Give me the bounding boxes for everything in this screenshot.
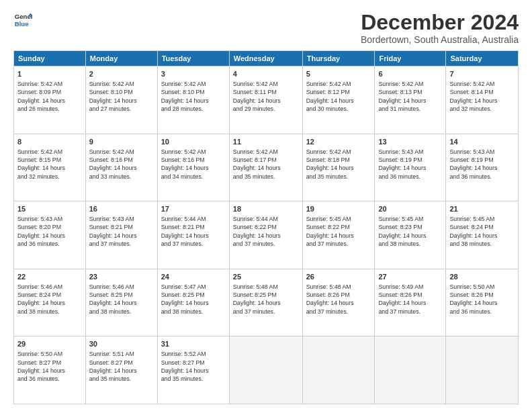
day-info: Sunrise: 5:42 AMSunset: 8:15 PMDaylight:… (17, 148, 65, 180)
table-row: 17Sunrise: 5:44 AMSunset: 8:21 PMDayligh… (157, 201, 229, 269)
table-row: 23Sunrise: 5:46 AMSunset: 8:25 PMDayligh… (85, 269, 157, 336)
day-info: Sunrise: 5:42 AMSunset: 8:10 PMDaylight:… (161, 81, 209, 112)
svg-text:General: General (15, 13, 32, 20)
calendar-week-row: 15Sunrise: 5:43 AMSunset: 8:20 PMDayligh… (14, 201, 519, 269)
day-info: Sunrise: 5:45 AMSunset: 8:24 PMDaylight:… (449, 216, 497, 247)
title-area: December 2024 Bordertown, South Australi… (361, 11, 519, 45)
day-info: Sunrise: 5:48 AMSunset: 8:26 PMDaylight:… (306, 283, 354, 315)
day-info: Sunrise: 5:50 AMSunset: 8:26 PMDaylight:… (449, 283, 497, 315)
day-info: Sunrise: 5:42 AMSunset: 8:14 PMDaylight:… (449, 81, 497, 112)
day-number: 18 (233, 204, 299, 214)
table-row: 13Sunrise: 5:43 AMSunset: 8:19 PMDayligh… (375, 134, 446, 201)
day-info: Sunrise: 5:46 AMSunset: 8:25 PMDaylight:… (89, 283, 137, 315)
table-row: 24Sunrise: 5:47 AMSunset: 8:25 PMDayligh… (157, 269, 229, 336)
day-number: 12 (306, 137, 371, 147)
table-row: 25Sunrise: 5:48 AMSunset: 8:25 PMDayligh… (229, 269, 302, 336)
day-info: Sunrise: 5:42 AMSunset: 8:12 PMDaylight:… (306, 81, 354, 112)
day-number: 6 (378, 69, 442, 79)
day-info: Sunrise: 5:48 AMSunset: 8:25 PMDaylight:… (233, 283, 281, 315)
day-info: Sunrise: 5:42 AMSunset: 8:18 PMDaylight:… (306, 148, 354, 180)
table-row (302, 336, 375, 404)
day-info: Sunrise: 5:43 AMSunset: 8:19 PMDaylight:… (449, 148, 497, 180)
table-row (375, 336, 446, 404)
day-number: 8 (17, 137, 82, 147)
calendar-table: Sunday Monday Tuesday Wednesday Thursday… (13, 50, 519, 404)
table-row: 31Sunrise: 5:52 AMSunset: 8:27 PMDayligh… (157, 336, 229, 404)
day-info: Sunrise: 5:49 AMSunset: 8:26 PMDaylight:… (378, 283, 426, 315)
day-number: 13 (378, 137, 442, 147)
day-number: 23 (89, 272, 154, 282)
col-thursday: Thursday (302, 51, 375, 66)
table-row: 3Sunrise: 5:42 AMSunset: 8:10 PMDaylight… (157, 66, 229, 134)
calendar-week-row: 1Sunrise: 5:42 AMSunset: 8:09 PMDaylight… (14, 66, 519, 134)
table-row: 2Sunrise: 5:42 AMSunset: 8:10 PMDaylight… (85, 66, 157, 134)
day-number: 2 (89, 69, 154, 79)
day-number: 9 (89, 137, 154, 147)
day-info: Sunrise: 5:43 AMSunset: 8:21 PMDaylight:… (89, 216, 137, 247)
logo-icon: General Blue (13, 11, 32, 30)
table-row: 9Sunrise: 5:42 AMSunset: 8:16 PMDaylight… (85, 134, 157, 201)
day-number: 11 (233, 137, 299, 147)
day-number: 3 (161, 69, 226, 79)
table-row: 29Sunrise: 5:50 AMSunset: 8:27 PMDayligh… (14, 336, 86, 404)
day-number: 19 (306, 204, 371, 214)
table-row: 10Sunrise: 5:42 AMSunset: 8:16 PMDayligh… (157, 134, 229, 201)
table-row: 15Sunrise: 5:43 AMSunset: 8:20 PMDayligh… (14, 201, 86, 269)
day-number: 28 (449, 272, 515, 282)
table-row: 5Sunrise: 5:42 AMSunset: 8:12 PMDaylight… (302, 66, 375, 134)
day-number: 27 (378, 272, 442, 282)
col-wednesday: Wednesday (229, 51, 302, 66)
table-row: 22Sunrise: 5:46 AMSunset: 8:24 PMDayligh… (14, 269, 86, 336)
day-info: Sunrise: 5:47 AMSunset: 8:25 PMDaylight:… (161, 283, 209, 315)
day-info: Sunrise: 5:42 AMSunset: 8:11 PMDaylight:… (233, 81, 281, 112)
svg-text:Blue: Blue (15, 20, 29, 28)
day-info: Sunrise: 5:51 AMSunset: 8:27 PMDaylight:… (89, 351, 137, 382)
day-info: Sunrise: 5:42 AMSunset: 8:10 PMDaylight:… (89, 81, 137, 112)
table-row: 11Sunrise: 5:42 AMSunset: 8:17 PMDayligh… (229, 134, 302, 201)
day-number: 16 (89, 204, 154, 214)
day-number: 10 (161, 137, 226, 147)
table-row: 14Sunrise: 5:43 AMSunset: 8:19 PMDayligh… (446, 134, 519, 201)
col-friday: Friday (375, 51, 446, 66)
day-info: Sunrise: 5:44 AMSunset: 8:22 PMDaylight:… (233, 216, 281, 247)
day-number: 31 (161, 339, 226, 349)
day-info: Sunrise: 5:43 AMSunset: 8:20 PMDaylight:… (17, 216, 65, 247)
header: General Blue December 2024 Bordertown, S… (13, 11, 519, 45)
day-number: 21 (449, 204, 515, 214)
main-title: December 2024 (361, 11, 519, 34)
day-number: 7 (449, 69, 515, 79)
day-info: Sunrise: 5:42 AMSunset: 8:16 PMDaylight:… (89, 148, 137, 180)
calendar-week-row: 8Sunrise: 5:42 AMSunset: 8:15 PMDaylight… (14, 134, 519, 201)
logo: General Blue (13, 11, 32, 30)
day-info: Sunrise: 5:42 AMSunset: 8:13 PMDaylight:… (378, 81, 426, 112)
day-info: Sunrise: 5:42 AMSunset: 8:16 PMDaylight:… (161, 148, 209, 180)
day-info: Sunrise: 5:42 AMSunset: 8:17 PMDaylight:… (233, 148, 281, 180)
day-info: Sunrise: 5:45 AMSunset: 8:23 PMDaylight:… (378, 216, 426, 247)
calendar-header-row: Sunday Monday Tuesday Wednesday Thursday… (14, 51, 519, 66)
day-info: Sunrise: 5:45 AMSunset: 8:22 PMDaylight:… (306, 216, 354, 247)
table-row: 4Sunrise: 5:42 AMSunset: 8:11 PMDaylight… (229, 66, 302, 134)
table-row: 7Sunrise: 5:42 AMSunset: 8:14 PMDaylight… (446, 66, 519, 134)
table-row: 18Sunrise: 5:44 AMSunset: 8:22 PMDayligh… (229, 201, 302, 269)
table-row: 30Sunrise: 5:51 AMSunset: 8:27 PMDayligh… (85, 336, 157, 404)
day-number: 15 (17, 204, 82, 214)
day-info: Sunrise: 5:50 AMSunset: 8:27 PMDaylight:… (17, 351, 65, 382)
calendar-week-row: 22Sunrise: 5:46 AMSunset: 8:24 PMDayligh… (14, 269, 519, 336)
day-number: 20 (378, 204, 442, 214)
day-number: 26 (306, 272, 371, 282)
table-row: 26Sunrise: 5:48 AMSunset: 8:26 PMDayligh… (302, 269, 375, 336)
table-row (229, 336, 302, 404)
day-number: 5 (306, 69, 371, 79)
day-info: Sunrise: 5:46 AMSunset: 8:24 PMDaylight:… (17, 283, 65, 315)
day-number: 25 (233, 272, 299, 282)
col-sunday: Sunday (14, 51, 86, 66)
table-row: 27Sunrise: 5:49 AMSunset: 8:26 PMDayligh… (375, 269, 446, 336)
day-number: 30 (89, 339, 154, 349)
day-number: 17 (161, 204, 226, 214)
table-row: 28Sunrise: 5:50 AMSunset: 8:26 PMDayligh… (446, 269, 519, 336)
day-number: 29 (17, 339, 82, 349)
page: General Blue December 2024 Bordertown, S… (0, 0, 532, 411)
table-row: 8Sunrise: 5:42 AMSunset: 8:15 PMDaylight… (14, 134, 86, 201)
table-row: 12Sunrise: 5:42 AMSunset: 8:18 PMDayligh… (302, 134, 375, 201)
table-row: 6Sunrise: 5:42 AMSunset: 8:13 PMDaylight… (375, 66, 446, 134)
